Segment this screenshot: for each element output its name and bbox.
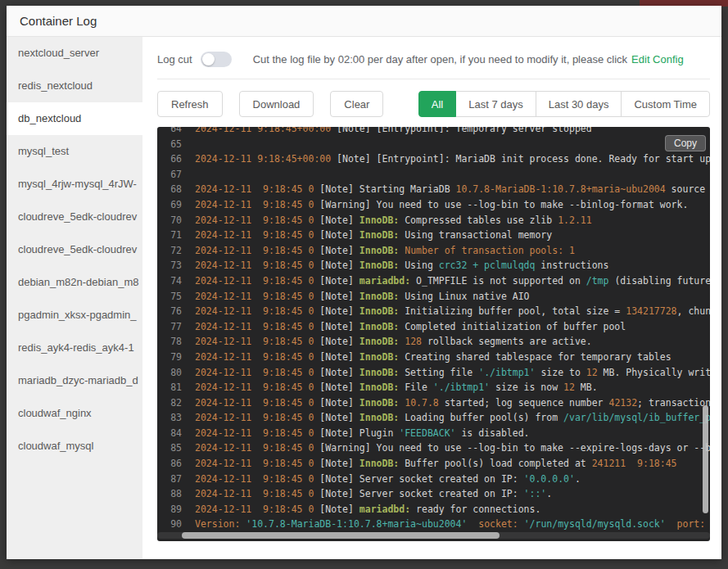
modal-body: nextcloud_serverredis_nextclouddb_nextcl… [7, 37, 721, 559]
sidebar-item-mariadb_dzyc-mariadb_d[interactable]: mariadb_dzyc-mariadb_d [7, 364, 142, 397]
log-segment: mariadbd: [359, 275, 410, 287]
log-cut-description: Cut the log file by 02:00 per day after … [253, 53, 627, 65]
line-number: 66 [162, 151, 182, 167]
line-number: 89 [162, 502, 182, 517]
log-line: 752024-12-11 9:18:45 0 [Note] InnoDB: Us… [157, 289, 710, 305]
log-segment: 2024-12-11 9:18:45 0 [195, 245, 314, 256]
log-segment: 2024-12-11 9:18:45 0 [195, 199, 314, 210]
line-number: 90 [162, 517, 182, 532]
log-cut-toggle[interactable] [201, 52, 232, 67]
sidebar-item-mysql_test[interactable]: mysql_test [7, 135, 142, 168]
log-segment: InnoDB: [359, 397, 399, 409]
range-button-all[interactable]: All [418, 91, 456, 117]
sidebar-item-redis_nextcloud[interactable]: redis_nextcloud [7, 70, 142, 102]
log-line: 802024-12-11 9:18:45 0 [Note] InnoDB: Se… [157, 365, 710, 381]
log-segment: 'FEEDBACK' [399, 427, 455, 439]
log-segment: [Note] [Entrypoint]: MariaDB init proces… [331, 153, 710, 165]
log-segment: Using transactional memory [399, 229, 552, 241]
log-cut-row: Log cut Cut the log file by 02:00 per da… [157, 52, 710, 67]
line-number: 75 [162, 289, 182, 305]
log-segment: ; transaction id [637, 397, 710, 409]
sidebar-item-cloudreve_5edk-cloudrev[interactable]: cloudreve_5edk-cloudrev [7, 201, 142, 233]
log-segment: 2024-12-11 9:18:45 0 [195, 215, 314, 226]
line-number: 68 [162, 182, 182, 197]
log-line: 742024-12-11 9:18:45 0 [Note] mariadbd: … [157, 273, 710, 289]
log-segment: [Note] [314, 321, 359, 332]
sidebar-item-pgadmin_xksx-pgadmin_[interactable]: pgadmin_xksx-pgadmin_ [7, 299, 142, 332]
sidebar-item-redis_ayk4-redis_ayk4-1[interactable]: redis_ayk4-redis_ayk4-1 [7, 332, 142, 364]
log-line: 872024-12-11 9:18:45 0 [Note] Server soc… [157, 472, 710, 487]
log-segment: . [546, 488, 552, 499]
edit-config-link[interactable]: Edit Config [631, 53, 684, 65]
log-segment: [Note] [314, 412, 359, 423]
vertical-scrollbar-thumb[interactable] [703, 405, 708, 513]
sidebar-item-db_nextcloud[interactable]: db_nextcloud [7, 102, 142, 135]
log-segment: [Note] Starting MariaDB [314, 183, 455, 195]
log-line: 692024-12-11 9:18:45 0 [Warning] You nee… [157, 197, 710, 213]
log-line: 892024-12-11 9:18:45 0 [Note] mariadbd: … [157, 502, 710, 517]
log-segment: 2024-12-11 9:18:45 0 [195, 305, 314, 317]
line-number: 86 [162, 456, 182, 472]
sidebar-item-debian_m82n-debian_m8[interactable]: debian_m82n-debian_m8 [7, 266, 142, 299]
line-number: 78 [162, 334, 182, 350]
log-segment: socket: [478, 518, 518, 530]
log-segment: rollback segments are active. [422, 336, 592, 347]
log-segment [467, 518, 478, 530]
line-number: 76 [162, 304, 182, 319]
log-segment: InnoDB: [359, 351, 399, 363]
log-line: 90Version: '10.7.8-MariaDB-1:10.7.8+mari… [157, 517, 710, 532]
log-segment: '10.7.8-MariaDB-1:10.7.8+maria~ubu2004' [246, 518, 467, 530]
log-segment: , chunk size = [677, 305, 710, 317]
log-line: 712024-12-11 9:18:45 0 [Note] InnoDB: Us… [157, 228, 710, 243]
refresh-button[interactable]: Refresh [157, 91, 223, 117]
log-segment: Buffer pool(s) load completed at [399, 458, 591, 469]
log-line: 792024-12-11 9:18:45 0 [Note] InnoDB: Cr… [157, 350, 710, 365]
log-segment: InnoDB: [359, 215, 399, 226]
log-segment: '/run/mysqld/mysqld.sock' [524, 518, 666, 530]
log-segment: InnoDB: [359, 229, 399, 241]
sidebar-item-cloudreve_5edk-cloudrev[interactable]: cloudreve_5edk-cloudrev [7, 233, 142, 266]
log-cut-label: Log cut [157, 53, 192, 65]
page-title: Container Log [20, 14, 97, 28]
horizontal-scrollbar-thumb[interactable] [182, 532, 500, 539]
range-button-last-7-days[interactable]: Last 7 days [455, 91, 536, 117]
log-segment: [Warning] You need to use --log-bin to m… [314, 442, 710, 454]
log-segment: Compressed tables use zlib [399, 215, 558, 226]
log-segment: mariadbd: [359, 504, 410, 515]
log-segment: 2024-12-11 9:18:45 0 [195, 183, 314, 195]
copy-button[interactable]: Copy [665, 135, 706, 151]
range-button-last-30-days[interactable]: Last 30 days [536, 91, 622, 117]
log-segment: (disabling future attempts) [608, 275, 710, 287]
log-line: 662024-12-11 9:18:45+00:00 [Note] [Entry… [157, 151, 710, 167]
sidebar-item-nextcloud_server[interactable]: nextcloud_server [7, 37, 142, 70]
log-line: 702024-12-11 9:18:45 0 [Note] InnoDB: Co… [157, 213, 710, 228]
line-number: 80 [162, 365, 182, 381]
sidebar-item-cloudwaf_mysql[interactable]: cloudwaf_mysql [7, 430, 142, 463]
line-number: 71 [162, 228, 182, 243]
log-segment: port: 3306 [677, 518, 710, 530]
sidebar-item-cloudwaf_nginx[interactable]: cloudwaf_nginx [7, 397, 142, 430]
download-button[interactable]: Download [239, 91, 314, 117]
range-button-custom-time[interactable]: Custom Time [621, 91, 710, 117]
log-segment: Setting file [399, 367, 478, 378]
log-line: 782024-12-11 9:18:45 0 [Note] InnoDB: 12… [157, 334, 710, 350]
log-segment: 2024-12-11 9:18:45 0 [195, 397, 314, 409]
log-segment: [Note] [314, 351, 359, 363]
log-segment: [Note] [314, 382, 359, 393]
log-segment: size is now [490, 382, 563, 393]
log-segment [666, 518, 677, 530]
log-segment: is disabled. [456, 427, 530, 439]
log-segment: 2024-12-11 9:18:45 0 [195, 321, 314, 332]
log-segment: [Note] [314, 275, 359, 287]
log-segment: Using [399, 260, 438, 271]
log-segment: InnoDB: [359, 412, 399, 423]
log-segment: 2024-12-11 9:18:45+00:00 [195, 127, 331, 134]
log-area: 642024-12-11 9:18:45+00:00 [Note] [Entry… [157, 127, 710, 541]
log-segment: InnoDB: [359, 260, 399, 271]
log-segment: [Note] [314, 245, 359, 256]
sidebar-item-mysql_4rjw-mysql_4rJW-[interactable]: mysql_4rjw-mysql_4rJW- [7, 168, 142, 201]
clear-button[interactable]: Clear [330, 91, 383, 117]
log-segment: 10.7.8-MariaDB-1:10.7.8+maria~ubu2004 [456, 183, 666, 195]
log-segment: InnoDB: [359, 305, 399, 317]
log-segment: instructions [535, 260, 608, 271]
